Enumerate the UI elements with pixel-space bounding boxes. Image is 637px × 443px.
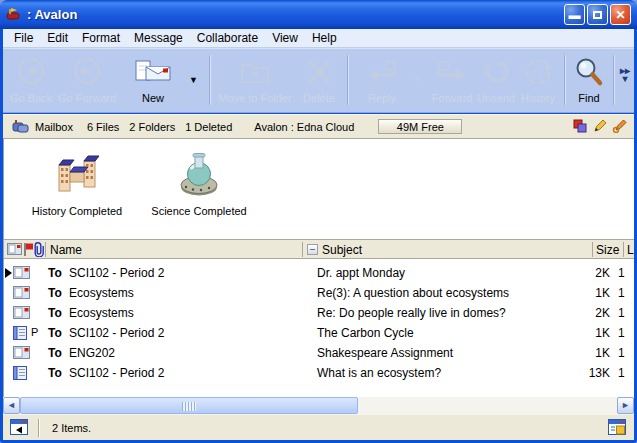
column-separator[interactable] xyxy=(592,242,593,257)
horizontal-scrollbar[interactable]: ◄ ► xyxy=(3,397,634,414)
column-separator[interactable] xyxy=(302,242,303,257)
key-pencil-icon[interactable] xyxy=(612,118,628,135)
account-name: Avalon : Edna Cloud xyxy=(254,121,354,133)
go-forward-icon xyxy=(57,54,117,90)
column-header-truncated[interactable]: L xyxy=(627,243,635,257)
close-button[interactable]: ✕ xyxy=(610,4,631,25)
to-label: To xyxy=(48,286,62,300)
mailbox-label: Mailbox xyxy=(35,121,73,133)
column-header-subject[interactable]: Subject xyxy=(322,243,362,257)
row-name: Ecosystems xyxy=(69,306,134,320)
shortcut-label: Science Completed xyxy=(144,205,254,217)
history-button[interactable]: History xyxy=(515,54,561,104)
to-label: To xyxy=(48,306,62,320)
deleted-count: 1 Deleted xyxy=(185,121,232,133)
items-count: 2 Items. xyxy=(52,422,91,434)
toolbar-separator xyxy=(564,55,566,105)
row-name: SCI102 - Period 2 xyxy=(69,266,164,280)
message-icon xyxy=(13,346,30,362)
scroll-left-button[interactable]: ◄ xyxy=(3,397,20,414)
message-row[interactable]: To SCI102 - Period 2 Dr. appt Monday 2K … xyxy=(4,263,634,283)
menu-view[interactable]: View xyxy=(265,29,305,47)
row-size: 2K xyxy=(556,266,610,280)
shortcut-label: History Completed xyxy=(22,205,132,217)
priority-flag: P xyxy=(31,326,38,338)
menu-edit[interactable]: Edit xyxy=(40,29,75,47)
delete-x-icon xyxy=(295,54,343,90)
row-name: ENG202 xyxy=(69,346,115,360)
menu-message[interactable]: Message xyxy=(127,29,190,47)
scrollbar-grip xyxy=(182,402,196,411)
forward-icon xyxy=(427,54,477,90)
title-bar[interactable]: : Avalon ▬ ✕ xyxy=(0,0,637,29)
color-flags-icon[interactable] xyxy=(573,119,587,135)
new-dropdown-arrow[interactable]: ▼ xyxy=(189,75,198,85)
toolbar-separator xyxy=(209,55,211,105)
to-label: To xyxy=(48,266,62,280)
column-separator[interactable] xyxy=(623,242,624,257)
message-row[interactable]: To Ecosystems Re(3): A question about ec… xyxy=(4,283,634,303)
menu-bar: File Edit Format Message Collaborate Vie… xyxy=(3,29,634,48)
reply-dropdown-arrow[interactable]: ▼ xyxy=(412,75,421,85)
shortcut-science-completed[interactable]: Science Completed xyxy=(144,147,254,217)
scroll-right-button[interactable]: ► xyxy=(617,397,634,414)
scrollbar-thumb[interactable] xyxy=(20,397,358,414)
row-size: 1K xyxy=(556,346,610,360)
new-button[interactable]: New xyxy=(125,54,181,104)
minimize-button[interactable]: ▬ xyxy=(564,4,585,25)
pane-toggle-left-icon[interactable] xyxy=(10,419,28,437)
menu-format[interactable]: Format xyxy=(75,29,127,47)
header-message-icon[interactable] xyxy=(7,243,22,258)
find-button[interactable]: Find xyxy=(568,54,610,104)
forward-button[interactable]: Forward xyxy=(427,54,477,104)
go-back-icon xyxy=(5,54,57,90)
message-row[interactable]: To Ecosystems Re: Do people really live … xyxy=(4,303,634,323)
toolbar-separator xyxy=(613,55,615,105)
row-date-truncated: 1 xyxy=(618,306,632,320)
go-back-button[interactable]: Go Back xyxy=(5,54,57,104)
row-date-truncated: 1 xyxy=(618,366,632,380)
list-header: Name – Subject Size L xyxy=(4,239,634,259)
subject-collapse-box[interactable]: – xyxy=(307,244,318,255)
column-separator[interactable] xyxy=(45,242,46,257)
shortcut-history-completed[interactable]: History Completed xyxy=(22,147,132,217)
column-header-size[interactable]: Size xyxy=(596,243,619,257)
message-icon xyxy=(13,306,30,322)
row-subject: The Carbon Cycle xyxy=(317,326,414,340)
column-header-name[interactable]: Name xyxy=(50,243,82,257)
folder-content-pane: History Completed Science Completed xyxy=(3,139,634,397)
row-subject: Dr. appt Monday xyxy=(317,266,405,280)
go-forward-button[interactable]: Go Forward xyxy=(57,54,117,104)
flask-icon xyxy=(144,147,254,199)
unsend-button[interactable]: Unsend xyxy=(475,54,517,104)
pane-toggle-right-icon[interactable] xyxy=(608,419,626,437)
current-item-marker xyxy=(5,268,12,278)
reply-icon xyxy=(355,54,409,90)
pencil-icon[interactable] xyxy=(593,118,606,135)
new-message-icon xyxy=(125,54,181,90)
row-size: 1K xyxy=(556,326,610,340)
app-mailbox-icon xyxy=(6,5,22,25)
message-row[interactable]: To ENG202 Shakespeare Assignment 1K 1 xyxy=(4,343,634,363)
maximize-button[interactable] xyxy=(587,4,608,25)
row-size: 1K xyxy=(556,286,610,300)
toolbar-overflow-chevron[interactable]: ▸▸▾ xyxy=(620,67,630,83)
row-name: SCI102 - Period 2 xyxy=(69,366,164,380)
document-row[interactable]: To SCI102 - Period 2 What is an ecosyste… xyxy=(4,363,634,383)
header-attachment-icon[interactable] xyxy=(34,242,44,260)
menu-help[interactable]: Help xyxy=(305,29,344,47)
history-globe-icon xyxy=(515,54,561,90)
reply-button[interactable]: Reply xyxy=(355,54,409,104)
document-row[interactable]: P To SCI102 - Period 2 The Carbon Cycle … xyxy=(4,323,634,343)
files-count: 6 Files xyxy=(87,121,119,133)
row-subject: Re: Do people really live in domes? xyxy=(317,306,506,320)
info-bar: Mailbox 6 Files 2 Folders 1 Deleted Aval… xyxy=(3,114,634,139)
header-flag-icon[interactable] xyxy=(23,242,34,260)
message-icon xyxy=(13,266,30,282)
toolbar-separator xyxy=(347,55,349,105)
menu-file[interactable]: File xyxy=(7,29,40,47)
row-date-truncated: 1 xyxy=(618,346,632,360)
delete-button[interactable]: Delete xyxy=(295,54,343,104)
move-to-folder-button[interactable]: Move to Folder xyxy=(215,54,295,104)
menu-collaborate[interactable]: Collaborate xyxy=(190,29,265,47)
